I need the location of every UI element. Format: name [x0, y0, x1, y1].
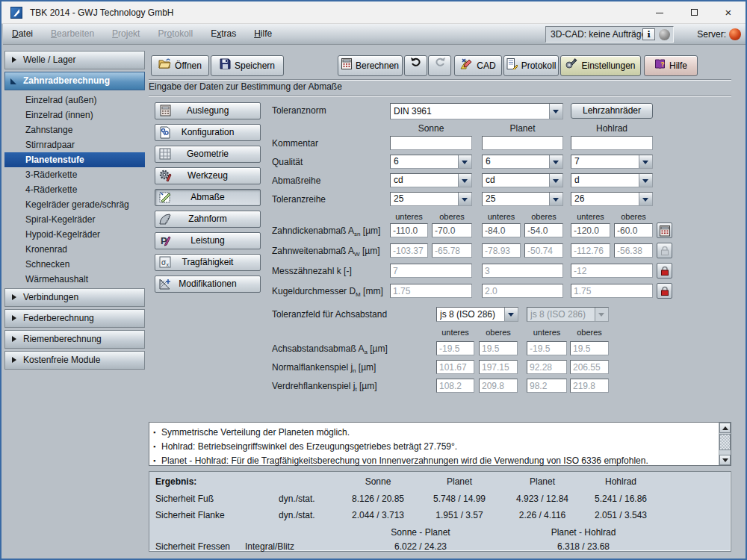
- zahnweiten-planet-oberes-field[interactable]: [524, 243, 563, 258]
- qualitaet-planet-select[interactable]: 6: [482, 155, 563, 169]
- abmassreihe-hohlrad-select[interactable]: d: [571, 173, 653, 187]
- nav-werkzeug-button[interactable]: Werkzeug: [155, 167, 261, 184]
- zahndicken-sonne-unteres-input[interactable]: [390, 223, 428, 237]
- sidebar-item-stirnradpaar[interactable]: Stirnradpaar: [4, 137, 145, 152]
- menu-bearbeiten[interactable]: Bearbeiten: [42, 24, 103, 44]
- dropdown-button[interactable]: [504, 308, 518, 321]
- sidebar-item-hypoid-kegelraeder[interactable]: Hypoid-Kegelräder: [4, 227, 145, 242]
- toleranznorm-select[interactable]: DIN 3961: [390, 103, 563, 119]
- nav-konfiguration-button[interactable]: Konfiguration: [155, 124, 261, 141]
- zahndicken-planet-unteres-input[interactable]: [482, 223, 521, 237]
- sidebar-item-zahnstange[interactable]: Zahnstange: [4, 122, 145, 137]
- qualitaet-sonne-select[interactable]: 6: [390, 155, 472, 169]
- sidebar-item-waermehaushalt[interactable]: Wärmehaushalt: [4, 272, 145, 287]
- menu-protokoll[interactable]: Protokoll: [149, 24, 202, 44]
- nav-modifikationen-button[interactable]: Modifikationen: [155, 276, 261, 293]
- dropdown-button[interactable]: [639, 155, 652, 168]
- toleranzreihe-hohlrad-select[interactable]: 26: [571, 192, 653, 206]
- zahndicken-hohlrad-unteres-input[interactable]: [571, 223, 610, 237]
- messzaehnezahl-planet-field[interactable]: [482, 264, 563, 278]
- kommentar-hohlrad-input[interactable]: [571, 136, 653, 150]
- normalflanken-1-oberes-field[interactable]: [479, 360, 518, 374]
- toleranzreihe-sonne-select[interactable]: 25: [390, 192, 472, 206]
- sidebar-item-schnecken[interactable]: Schnecken: [4, 257, 145, 272]
- sidebar-item-kronenrad[interactable]: Kronenrad: [4, 242, 145, 257]
- messzaehnezahl-hohlrad-field[interactable]: [571, 264, 653, 278]
- calculate-button[interactable]: Berechnen: [338, 55, 403, 76]
- dropdown-button[interactable]: [458, 193, 471, 205]
- zahnweiten-lock-button[interactable]: [657, 243, 672, 258]
- sidebar-group-verbindungen[interactable]: Verbindungen: [4, 288, 145, 307]
- zahndicken-calculate-button[interactable]: [657, 223, 672, 238]
- close-button[interactable]: ×: [711, 1, 746, 24]
- verdrehflanken-1-oberes-field[interactable]: [479, 379, 518, 393]
- sidebar-item-kegelraeder[interactable]: Kegelräder gerade/schräg: [4, 197, 145, 212]
- dropdown-button[interactable]: [458, 155, 471, 168]
- dropdown-button[interactable]: [549, 155, 562, 168]
- sidebar-group-federberechnung[interactable]: Federberechnung: [4, 309, 145, 328]
- dropdown-button[interactable]: [639, 193, 652, 205]
- toleranzfeld-planet-hohlrad-select[interactable]: js 8 (ISO 286): [527, 307, 609, 322]
- dropdown-button[interactable]: [458, 174, 471, 187]
- sidebar-group-welle-lager[interactable]: Welle / Lager: [4, 51, 145, 69]
- protocol-button[interactable]: Protokoll: [503, 55, 559, 76]
- achsabstand-1-unteres-field[interactable]: [436, 341, 474, 355]
- nav-tragfaehigkeit-button[interactable]: σxTragfähigkeit: [155, 254, 261, 271]
- kugeldurchmesser-sonne-field[interactable]: [390, 284, 472, 298]
- open-button[interactable]: Öffnen: [151, 55, 209, 76]
- message-scrollbar[interactable]: [719, 423, 731, 465]
- maximize-button[interactable]: [677, 1, 711, 24]
- zahndicken-hohlrad-oberes-input[interactable]: [614, 223, 653, 237]
- scroll-thumb[interactable]: [719, 434, 731, 450]
- abmassreihe-planet-select[interactable]: cd: [482, 173, 563, 187]
- scroll-up-button[interactable]: [719, 423, 731, 433]
- toleranzreihe-planet-select[interactable]: 25: [482, 192, 563, 206]
- verdrehflanken-2-oberes-field[interactable]: [570, 379, 609, 393]
- sidebar-item-einzelrad-innen[interactable]: Einzelrad (innen): [4, 108, 145, 122]
- zahnweiten-sonne-oberes-field[interactable]: [432, 243, 472, 258]
- kommentar-planet-input[interactable]: [482, 136, 563, 150]
- info-button[interactable]: i: [642, 28, 655, 40]
- zahnweiten-hohlrad-unteres-field[interactable]: [571, 243, 610, 258]
- achsabstand-1-oberes-field[interactable]: [479, 341, 518, 355]
- zahndicken-sonne-oberes-input[interactable]: [432, 223, 472, 237]
- achsabstand-2-unteres-field[interactable]: [527, 341, 567, 355]
- settings-button[interactable]: Einstellungen: [560, 55, 641, 76]
- dropdown-button[interactable]: [549, 174, 562, 187]
- menu-datei[interactable]: Datei: [3, 24, 42, 44]
- nav-zahnform-button[interactable]: Zahnform: [155, 211, 261, 228]
- normalflanken-1-unteres-field[interactable]: [436, 360, 474, 374]
- sidebar-item-planetenstufe[interactable]: Planetenstufe: [4, 152, 145, 167]
- sidebar-item-einzelrad-aussen[interactable]: Einzelrad (außen): [4, 93, 145, 108]
- dropdown-button[interactable]: [549, 193, 562, 205]
- dropdown-button[interactable]: [549, 104, 562, 119]
- menu-extras[interactable]: Extras: [202, 24, 245, 44]
- scroll-down-button[interactable]: [719, 455, 731, 465]
- nav-auslegung-button[interactable]: Auslegung: [155, 102, 261, 119]
- toleranzfeld-sonne-planet-select[interactable]: js 8 (ISO 286): [436, 307, 518, 322]
- messzaehnezahl-lock-button[interactable]: [657, 263, 672, 279]
- kugeldurchmesser-lock-button[interactable]: [657, 283, 672, 299]
- zahnweiten-sonne-unteres-field[interactable]: [390, 243, 428, 258]
- verdrehflanken-1-unteres-field[interactable]: [436, 379, 474, 393]
- menu-projekt[interactable]: Projekt: [103, 24, 149, 44]
- messzaehnezahl-sonne-field[interactable]: [390, 264, 472, 278]
- nav-abmasse-button[interactable]: Abmaße: [155, 189, 261, 206]
- normalflanken-2-unteres-field[interactable]: [527, 360, 567, 374]
- sidebar-group-kostenfreie-module[interactable]: Kostenfreie Module: [4, 351, 145, 370]
- sidebar-group-riemenberechnung[interactable]: Riemenberechnung: [4, 330, 145, 349]
- zahnweiten-planet-unteres-field[interactable]: [482, 243, 521, 258]
- redo-button[interactable]: [428, 55, 451, 76]
- abmassreihe-sonne-select[interactable]: cd: [390, 173, 472, 187]
- nav-leistung-button[interactable]: PLeistung: [155, 232, 261, 249]
- kommentar-sonne-input[interactable]: [390, 136, 472, 150]
- save-button[interactable]: Speichern: [211, 55, 284, 76]
- cad-button[interactable]: CAD: [454, 55, 502, 76]
- sidebar-item-3-raederkette[interactable]: 3-Räderkette: [4, 167, 145, 182]
- zahnweiten-hohlrad-oberes-field[interactable]: [614, 243, 653, 258]
- menu-hilfe[interactable]: Hilfe: [245, 24, 281, 44]
- dropdown-button[interactable]: [639, 174, 652, 187]
- undo-button[interactable]: [404, 55, 427, 76]
- kugeldurchmesser-planet-field[interactable]: [482, 284, 563, 298]
- sidebar-item-4-raederkette[interactable]: 4-Räderkette: [4, 182, 145, 197]
